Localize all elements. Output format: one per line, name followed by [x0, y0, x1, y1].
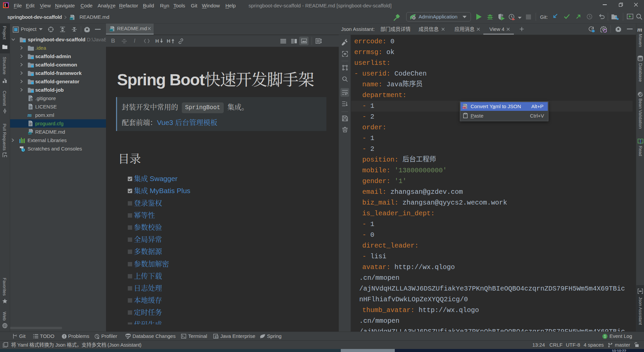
svg-text:1: 1 [604, 335, 606, 338]
svg-text:MD: MD [110, 29, 113, 31]
svg-text:MD: MD [70, 17, 73, 20]
svg-text:MD: MD [28, 132, 32, 134]
svg-text:m: m [28, 113, 32, 117]
svg-text:YML: YML [462, 107, 467, 109]
svg-text:EE: EE [216, 336, 218, 338]
